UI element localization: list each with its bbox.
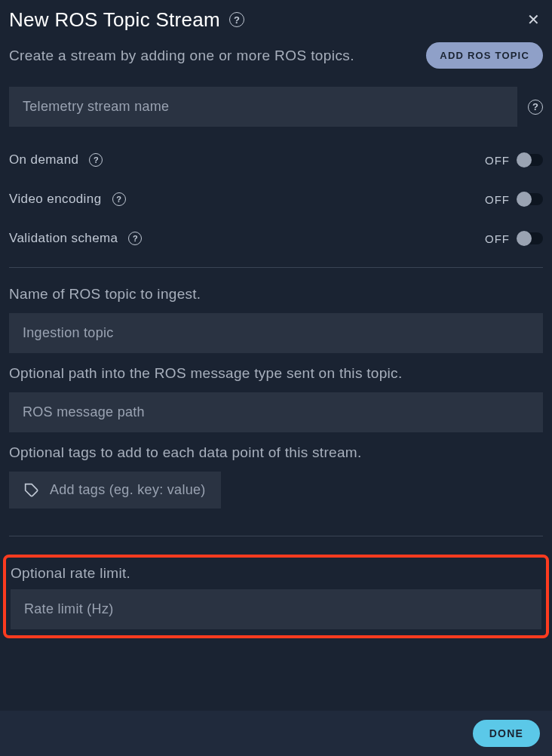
path-section-label: Optional path into the ROS message type … bbox=[9, 365, 543, 382]
video-encoding-label: Video encoding bbox=[9, 192, 102, 207]
on-demand-label: On demand bbox=[9, 152, 78, 167]
tags-section-label: Optional tags to add to each data point … bbox=[9, 444, 543, 461]
on-demand-toggle[interactable] bbox=[517, 154, 543, 166]
help-icon[interactable]: ? bbox=[229, 12, 244, 27]
rate-limit-input[interactable] bbox=[11, 589, 541, 629]
help-icon[interactable]: ? bbox=[89, 153, 103, 167]
add-ros-topic-button[interactable]: ADD ROS TOPIC bbox=[426, 42, 543, 69]
video-encoding-toggle[interactable] bbox=[517, 193, 543, 205]
video-encoding-state: OFF bbox=[485, 193, 510, 206]
validation-schema-label: Validation schema bbox=[9, 231, 118, 246]
ingest-section-label: Name of ROS topic to ingest. bbox=[9, 286, 543, 303]
help-icon[interactable]: ? bbox=[128, 232, 142, 245]
divider bbox=[9, 536, 543, 536]
divider bbox=[9, 267, 543, 268]
done-button[interactable]: DONE bbox=[473, 720, 540, 747]
ros-message-path-input[interactable] bbox=[9, 392, 543, 432]
footer-bar: DONE bbox=[0, 711, 552, 756]
ingestion-topic-input[interactable] bbox=[9, 313, 543, 353]
on-demand-row: On demand ? OFF bbox=[9, 140, 543, 180]
validation-schema-row: Validation schema ? OFF bbox=[9, 219, 543, 258]
tags-placeholder: Add tags (eg. key: value) bbox=[50, 482, 206, 498]
help-icon[interactable]: ? bbox=[112, 192, 126, 206]
page-title: New ROS Topic Stream bbox=[9, 8, 220, 32]
help-icon[interactable]: ? bbox=[528, 100, 543, 115]
tag-icon bbox=[24, 483, 39, 498]
rate-limit-highlight: Optional rate limit. bbox=[3, 555, 549, 638]
video-encoding-row: Video encoding ? OFF bbox=[9, 180, 543, 219]
stream-name-input[interactable] bbox=[9, 87, 517, 127]
tags-input[interactable]: Add tags (eg. key: value) bbox=[9, 472, 221, 509]
rate-section-label: Optional rate limit. bbox=[11, 565, 541, 582]
validation-schema-state: OFF bbox=[485, 232, 510, 245]
close-icon[interactable]: ✕ bbox=[524, 8, 543, 32]
validation-schema-toggle[interactable] bbox=[517, 232, 543, 244]
page-subtitle: Create a stream by adding one or more RO… bbox=[9, 48, 354, 64]
on-demand-state: OFF bbox=[485, 154, 510, 167]
